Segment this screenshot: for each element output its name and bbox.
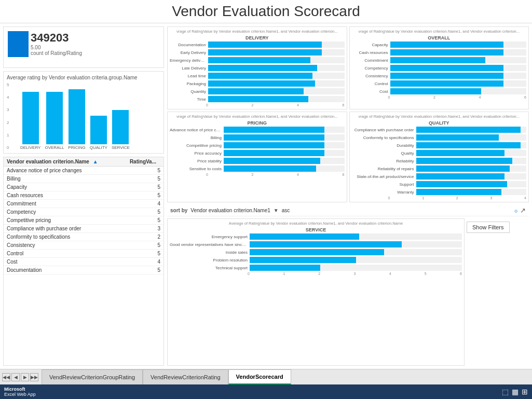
h-bar-fill [208,49,322,56]
tab-vendor-scorecard[interactable]: VendorScorecard [228,369,291,384]
criterion-name: Cost [7,259,129,265]
criterion-rating: 5 [129,184,160,190]
criterion-rating: 5 [129,242,160,248]
tab-vend-review-criterion-rating[interactable]: VendReviewCriterionRating [143,369,228,384]
criterion-rating: 4 [129,259,160,265]
h-bar-label: Competitive pricing [170,143,222,148]
h-bar-row: Lead time [170,73,345,79]
sort-field[interactable]: Vendor evaluation criterion.Name1 [190,208,270,213]
criterion-rating: 5 [129,251,160,256]
h-bar-label: Control [352,81,388,86]
h-bar-track [416,142,527,148]
table-row[interactable]: Conformity to specifications 2 [4,233,163,241]
table-row[interactable]: Documentation 5 [4,266,163,274]
table-row[interactable]: Consistency 5 [4,241,163,250]
table-row[interactable]: Capacity 5 [4,183,163,191]
quality-subtitle: vrage of RatingValue by Vendor evaluatio… [352,114,527,119]
group-bar-item: SERVICE [112,110,130,150]
h-bar-row: Support [352,181,527,187]
footer-icon-2[interactable]: ▦ [512,388,519,396]
group-bar [46,92,63,144]
criterion-name: Compliance with purchase order [7,226,129,231]
h-bar-label: Conformity to specifications [352,135,414,140]
h-bar-fill [416,189,502,195]
h-bar-fill [208,80,315,87]
sort-field-dropdown-icon[interactable]: ▼ [274,208,279,213]
h-bar-label: Consistency [352,74,388,78]
filter-icon[interactable]: ⬦ [514,206,518,214]
charts-middle-row: vrage of RatingValue by Vendor evaluatio… [167,112,529,202]
h-bar-row: Competitive pricing [170,142,345,148]
h-bar-label: Technical support [170,266,248,270]
tab-nav-last[interactable]: ▶▶ [30,373,38,381]
table-row[interactable]: Competitive pricing 5 [4,216,163,225]
h-bar-row: Competency [352,65,527,71]
group-bar-item: QUALITY [90,116,107,150]
h-bar-track [416,189,527,195]
h-bar-label: Lead time [170,74,206,78]
table-row[interactable]: Compliance with purchase order 3 [4,225,163,233]
criterion-rating: 2 [129,234,160,240]
h-bar-track [416,181,527,187]
table-row[interactable]: Competency 5 [4,208,163,216]
table-row[interactable]: Control 5 [4,250,163,258]
h-bar-row: Cash resources [352,49,527,56]
table-body[interactable]: Advance notice of price changes 5 Billin… [4,167,163,362]
h-bar-label: Capacity [352,43,388,47]
overall-title: OVERALL [352,35,527,40]
h-bar-label: Good vendor representatives have sincere… [170,242,248,247]
footer-icon-3[interactable]: ⊞ [522,388,528,396]
h-bar-row: Time [170,96,345,102]
h-bar-row: Good vendor representatives have sincere… [170,241,462,247]
table-row[interactable]: Billing 5 [4,175,163,183]
tab-nav-first[interactable]: ◀◀ [2,373,10,381]
h-bar-fill [224,127,324,133]
criterion-rating: 5 [129,209,160,215]
h-bar-fill [250,265,320,271]
h-bar-row: Early Delivery [170,49,345,56]
h-bar-fill [224,166,316,172]
criterion-name: Commitment [7,201,129,207]
service-x-axis: 0123456 [170,272,462,276]
h-bar-fill [208,57,310,63]
table-row[interactable]: Advance notice of price changes 5 [4,167,163,175]
h-bar-row: Billing [170,134,345,141]
criterion-name: Billing [7,176,129,182]
h-bar-fill [416,173,504,180]
criterion-rating: 5 [129,217,160,223]
footer-icons: ⬚ ▦ ⊞ [502,388,528,396]
h-bar-fill [390,73,504,79]
h-bar-row: Commitment [352,57,527,63]
h-bar-row: Problem resolution [170,257,462,263]
sort-bar: sort by Vendor evaluation criterion.Name… [167,204,529,216]
group-bar [22,92,39,144]
delivery-h-bar-chart: Documentation Early Delivery Emergency d… [170,42,345,102]
group-chart-title: Average rating by Vendor evaluation crit… [7,75,160,80]
h-bar-label: Quality [352,151,414,156]
h-bar-track [390,49,527,56]
tab-nav-prev[interactable]: ◀ [11,373,20,381]
export-icon[interactable]: ↗ [520,207,526,214]
group-bar-label: DELIVERY [20,145,40,150]
group-bar-chart: DELIVERY OVERALL PRICING QUALITY SERVICE [15,82,160,150]
h-bar-row: Warranty [352,189,527,195]
h-bar-row: Quality [352,150,527,156]
tab-vend-review-criterion-group-rating[interactable]: VendReviewCriterionGroupRating [42,369,143,384]
h-bar-track [208,42,345,48]
h-bar-label: Reliability [352,159,414,163]
criterion-name: Conformity to specifications [7,234,129,240]
h-bar-track [416,150,527,156]
footer-icon-1[interactable]: ⬚ [502,388,509,396]
show-filters-button[interactable]: Show Filters [467,222,510,233]
table-row[interactable]: Commitment 4 [4,200,163,208]
criterion-name: Capacity [7,184,129,190]
service-subtitle: Average of RatingValue by Vendor evaluat… [170,221,462,226]
h-bar-fill [250,249,384,255]
h-bar-label: Early Delivery [170,50,206,55]
h-bar-track [250,265,462,271]
h-bar-track [224,134,345,141]
tab-nav-next[interactable]: ▶ [21,373,29,381]
table-row[interactable]: Cost 4 [4,258,163,266]
h-bar-track [250,249,462,255]
table-row[interactable]: Cash resources 5 [4,191,163,200]
